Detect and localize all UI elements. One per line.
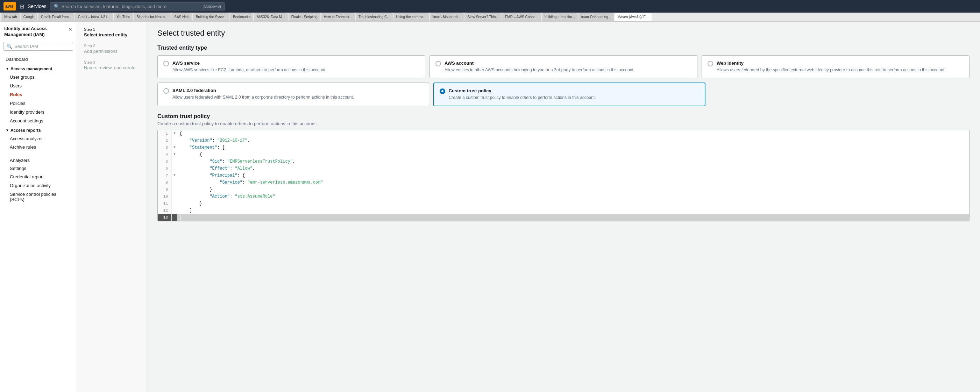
line-toggle-9 [172,186,177,193]
entity-card-aws-service[interactable]: AWS service Allow AWS services like EC2,… [158,55,425,78]
line-toggle-1[interactable]: ▼ [172,130,177,137]
line-content-9: }, [177,186,969,193]
sidebar-section-access-reports[interactable]: ▼ Access reports [0,125,76,134]
entity-card-custom-trust[interactable]: Custom trust policy Create a custom trus… [433,83,706,106]
tab-forecast[interactable]: How to Forecast... [321,13,355,21]
line-content-11: } [177,200,969,207]
browser-tab-bar: New tab Google Gmail: Email from... Gmai… [0,13,980,22]
tab-bookmarks[interactable]: Bookmarks [230,13,253,21]
sidebar-section-access-management[interactable]: ▼ Access management [0,63,76,73]
tab-binaries[interactable]: Binaries for Nexus... [134,13,171,21]
entity-card-web-identity-desc: Allows users federated by the specified … [717,67,945,73]
line-content-10: "Action": "sts:AssumeRole" [177,193,969,200]
code-line-8: 8 "Service": "emr-serverless.amazonaws.c… [158,179,969,186]
sidebar-item-settings[interactable]: Settings [0,164,76,172]
sidebar-item-policies[interactable]: Policies [0,99,76,108]
app-layout: Identity and AccessManagement (IAM) ✕ 🔍 … [0,22,980,392]
sidebar-item-user-groups[interactable]: User groups [0,73,76,81]
tab-finale[interactable]: Finale - Scripting [288,13,320,21]
sidebar-item-account-settings[interactable]: Account settings [0,116,76,125]
entity-card-saml-body: SAML 2.0 federation Allow users federate… [172,88,354,100]
tab-building[interactable]: Building the Syste... [193,13,229,21]
sidebar-section-label-access-management: Access management [11,67,52,71]
radio-web-identity[interactable] [708,61,713,67]
entity-card-saml[interactable]: SAML 2.0 federation Allow users federate… [158,83,429,106]
tab-gmail-email[interactable]: Gmail: Email from... [38,13,75,21]
entity-card-aws-account-desc: Allow entities in other AWS accounts bel… [444,67,635,73]
radio-custom-trust[interactable] [440,89,445,94]
tab-troubleshoot[interactable]: Troubleshooting C... [356,13,393,21]
entity-card-aws-account[interactable]: AWS account Allow entities in other AWS … [430,55,697,78]
entity-card-aws-service-desc: Allow AWS services like EC2, Lambda, or … [172,67,326,73]
svg-text:aws: aws [5,4,13,9]
entity-card-saml-title: SAML 2.0 federation [172,88,354,93]
tab-gmail-inbox[interactable]: Gmail – Inbox 1/81... [75,13,113,21]
sidebar-section-label-access-reports: Access reports [11,128,41,133]
radio-saml[interactable] [163,88,169,94]
code-line-12: 12 ] [158,207,969,214]
sidebar-item-scp[interactable]: Service control policies (SCPs) [0,190,76,204]
line-toggle-4[interactable]: ▼ [172,151,177,158]
line-toggle-3[interactable]: ▼ [172,144,177,151]
tab-maven[interactable]: Maven (Aws1s)/ E... [614,13,651,21]
entity-card-web-identity-title: Web identity [717,60,945,66]
tab-new-tab[interactable]: New tab [2,13,20,21]
sidebar-item-analyzers[interactable]: Analyzers [0,156,76,164]
tab-realtime[interactable]: building a real tim... [542,13,578,21]
line-num-8: 8 [158,179,172,186]
services-label[interactable]: Services [28,3,46,9]
global-search-input[interactable] [62,4,201,9]
line-num-4: 4 [158,151,172,158]
sidebar-item-access-analyzer[interactable]: Access analyzer [0,134,76,143]
radio-aws-service[interactable] [163,61,169,67]
entity-card-web-identity[interactable]: Web identity Allows users federated by t… [702,55,969,78]
sidebar-close-button[interactable]: ✕ [68,27,72,32]
line-num-13: 13 [158,214,172,221]
tab-onboarding[interactable]: team Onboarding... [579,13,614,21]
tab-google[interactable]: Google [21,13,37,21]
aws-logo[interactable]: aws [3,2,16,11]
wizard-step-3-label: Step 3 [84,60,140,64]
line-num-2: 2 [158,137,172,144]
tab-sas[interactable]: SAS Help [171,13,192,21]
custom-policy-title: Custom trust policy [158,113,969,120]
page-title: Select trusted entity [158,29,969,38]
tab-mis326[interactable]: MIS326: Data M... [254,13,288,21]
tab-emr-aws[interactable]: EMR – AWS Conso... [502,13,541,21]
sidebar-item-credential-report[interactable]: Credential report [0,172,76,181]
tab-slow-server[interactable]: Slow Server? This... [465,13,501,21]
entity-cards-row-1: AWS service Allow AWS services like EC2,… [158,55,969,78]
wizard-step-2: Step 2 Add permissions [84,44,140,54]
line-num-12: 12 [158,207,172,214]
entity-card-aws-account-title: AWS account [444,60,635,66]
code-line-7: 7 ▼ "Principal": { [158,172,969,179]
sidebar-item-dashboard[interactable]: Dashboard [0,55,76,63]
sidebar-item-roles[interactable]: Roles [0,90,76,99]
line-content-13: } [177,214,969,221]
line-content-6: "Effect": "Allow", [177,165,969,172]
line-content-7: "Principal": { [177,172,969,179]
tab-comma[interactable]: Using the comma... [393,13,429,21]
tab-youtube[interactable]: YouTube [114,13,133,21]
wizard-step-1-title: Select trusted entity [84,32,140,37]
sidebar-item-org-activity[interactable]: Organization activity [0,181,76,190]
line-content-4: { [177,151,969,158]
sidebar-search-container[interactable]: 🔍 [3,42,73,51]
sidebar-search-input[interactable] [14,44,70,49]
sidebar-item-identity-providers[interactable]: Identity providers [0,108,76,116]
grid-icon[interactable]: ⊞ [19,3,24,10]
code-editor[interactable]: 1 ▼ { 2 "Version": "2012-10-17", 3 ▼ [158,130,969,221]
line-toggle-11 [172,200,177,207]
main-content-area: Select trusted entity Trusted entity typ… [147,22,980,392]
line-toggle-7[interactable]: ▼ [172,172,177,179]
code-line-1: 1 ▼ { [158,130,969,137]
line-toggle-8 [172,179,177,186]
wizard-step-2-title: Add permissions [84,49,140,54]
sidebar-item-archive-rules[interactable]: Archive rules [0,143,76,151]
line-content-2: "Version": "2012-10-17", [177,137,969,144]
tab-linux-efs[interactable]: linux - Mount efs... [430,13,464,21]
global-search-bar[interactable]: 🔍 [Option+S] [50,2,225,11]
sidebar-item-users[interactable]: Users [0,81,76,90]
radio-aws-account[interactable] [436,61,441,67]
wizard-step-2-label: Step 2 [84,44,140,48]
